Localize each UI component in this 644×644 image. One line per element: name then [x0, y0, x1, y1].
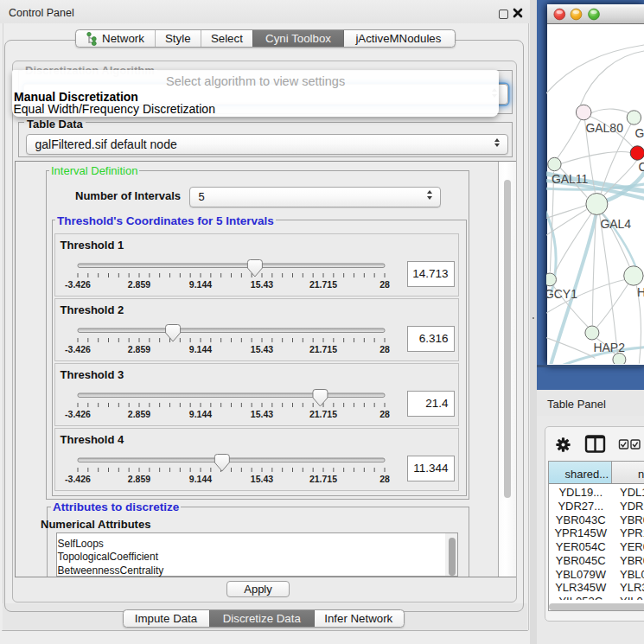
svg-text:G.: G. — [634, 126, 644, 140]
svg-text:C: C — [638, 160, 644, 174]
svg-text:H: H — [636, 285, 643, 299]
svg-text:GAL80: GAL80 — [585, 120, 623, 134]
svg-text:HAP2: HAP2 — [593, 341, 625, 354]
svg-text:GAL4: GAL4 — [600, 216, 631, 230]
svg-text:GCY1: GCY1 — [546, 287, 577, 301]
svg-text:GAL11: GAL11 — [551, 172, 588, 186]
